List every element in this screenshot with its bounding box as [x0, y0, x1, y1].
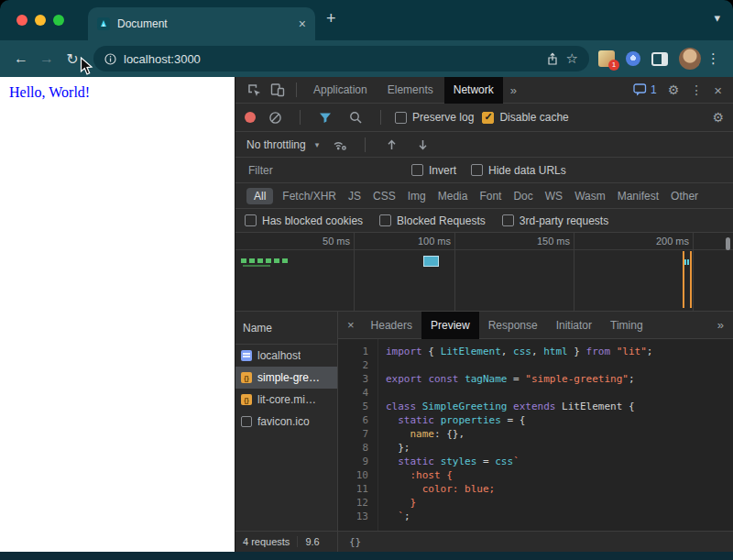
record-button[interactable]: [245, 112, 256, 123]
status-divider: [297, 536, 298, 547]
filter-chip-fetch-xhr[interactable]: Fetch/XHR: [279, 188, 339, 204]
export-har-icon[interactable]: [411, 134, 433, 156]
clear-icon[interactable]: [264, 106, 286, 128]
line-number: 12: [338, 496, 368, 510]
new-tab-button[interactable]: +: [326, 9, 336, 28]
filter-chips: AllFetch/XHRJSCSSImgMediaFontDocWSWasmMa…: [235, 183, 733, 209]
reload-button[interactable]: ↻: [60, 46, 84, 71]
filter-chip-media[interactable]: Media: [435, 188, 471, 204]
url-text[interactable]: localhost:3000: [124, 52, 539, 66]
checkbox-unchecked-icon: [245, 214, 257, 226]
share-icon[interactable]: [546, 52, 559, 66]
disable-cache-checkbox[interactable]: Disable cache: [482, 111, 568, 124]
page-viewport: Hello, World!: [0, 77, 235, 552]
tab-search-icon[interactable]: ▾: [714, 11, 720, 25]
request-row[interactable]: simple-gre…: [235, 367, 337, 389]
filter-chip-manifest[interactable]: Manifest: [615, 188, 662, 204]
tab-strip: Document × + ▾: [0, 0, 733, 40]
preserve-log-label: Preserve log: [412, 111, 474, 124]
line-number: 11: [338, 482, 368, 496]
code-line: };: [386, 441, 733, 455]
request-count: 4 requests: [243, 536, 290, 547]
filter-chip-all[interactable]: All: [246, 188, 273, 204]
close-window-button[interactable]: [16, 15, 27, 26]
back-button[interactable]: ←: [9, 46, 33, 71]
filter-chip-img[interactable]: Img: [405, 188, 429, 204]
network-settings-icon[interactable]: ⚙: [712, 110, 724, 125]
import-har-icon[interactable]: [380, 134, 402, 156]
devtools-close-icon[interactable]: ×: [714, 82, 722, 98]
tab-response[interactable]: Response: [479, 312, 547, 339]
format-code-icon[interactable]: {}: [349, 536, 361, 548]
code-line: color: blue;: [386, 482, 733, 496]
forward-button[interactable]: →: [35, 46, 59, 71]
line-number: 1: [338, 345, 368, 358]
tab-application[interactable]: Application: [304, 77, 377, 104]
tab-close-icon[interactable]: ×: [299, 16, 306, 31]
filter-chip-doc[interactable]: Doc: [510, 188, 535, 204]
filter-funnel-icon[interactable]: [314, 106, 336, 128]
bookmark-star-icon[interactable]: ☆: [566, 50, 578, 67]
browser-menu-icon[interactable]: ⋮: [703, 50, 724, 67]
code-viewer[interactable]: 12345678910111213 import { LitElement, c…: [338, 339, 733, 531]
browser-tab[interactable]: Document ×: [88, 7, 315, 40]
throttling-select[interactable]: No throttling: [246, 138, 306, 151]
network-statusbar: 4 requests 9.6 {}: [235, 532, 733, 552]
devtools-menu-icon[interactable]: ⋮: [690, 82, 703, 97]
extension-2-icon[interactable]: [626, 51, 640, 66]
filter-chip-ws[interactable]: WS: [542, 188, 565, 204]
close-detail-icon[interactable]: ×: [338, 318, 362, 332]
issues-count: 1: [651, 83, 657, 96]
window-controls: [16, 15, 64, 26]
profile-avatar[interactable]: [679, 48, 701, 70]
hide-data-urls-checkbox[interactable]: Hide data URLs: [471, 164, 566, 177]
filter-chip-wasm[interactable]: Wasm: [572, 188, 608, 204]
timeline-label: 50 ms: [295, 236, 350, 247]
line-number: 2: [338, 358, 368, 372]
minimize-window-button[interactable]: [35, 15, 46, 26]
filter-chip-js[interactable]: JS: [345, 188, 364, 204]
line-number: 5: [338, 400, 368, 413]
more-detail-tabs-icon[interactable]: »: [712, 318, 733, 332]
preserve-log-checkbox[interactable]: Preserve log: [395, 111, 474, 124]
network-conditions-icon[interactable]: [328, 134, 350, 156]
devtools-settings-icon[interactable]: ⚙: [668, 82, 680, 97]
network-overview-timeline[interactable]: 50 ms 100 ms 150 ms 200 ms: [235, 233, 733, 312]
column-header-name[interactable]: Name: [235, 312, 337, 345]
side-panel-icon[interactable]: [651, 52, 668, 66]
third-party-requests-checkbox[interactable]: 3rd-party requests: [502, 214, 608, 227]
window-bottom-edge: [0, 552, 733, 560]
devtools-panel: Application Elements Network » 1 ⚙ ⋮ ×: [235, 77, 733, 552]
has-blocked-cookies-checkbox[interactable]: Has blocked cookies: [245, 214, 363, 227]
scrollbar-thumb[interactable]: [726, 237, 730, 250]
more-panels-icon[interactable]: »: [505, 83, 522, 97]
tab-preview[interactable]: Preview: [421, 312, 479, 339]
filter-chip-font[interactable]: Font: [476, 188, 504, 204]
line-number: 10: [338, 468, 368, 482]
inspect-element-icon[interactable]: [243, 79, 265, 101]
blocked-requests-checkbox[interactable]: Blocked Requests: [379, 214, 486, 227]
request-row[interactable]: lit-core.mi…: [235, 389, 337, 411]
site-info-icon[interactable]: [104, 53, 116, 65]
filter-chip-other[interactable]: Other: [668, 188, 701, 204]
tab-headers[interactable]: Headers: [362, 312, 421, 339]
issues-button[interactable]: 1: [633, 83, 657, 96]
request-row[interactable]: favicon.ico: [235, 411, 337, 433]
search-icon[interactable]: [345, 106, 366, 128]
filter-input[interactable]: [248, 164, 411, 177]
tab-initiator[interactable]: Initiator: [547, 312, 601, 339]
filter-chip-css[interactable]: CSS: [370, 188, 399, 204]
maximize-window-button[interactable]: [53, 15, 64, 26]
tab-elements[interactable]: Elements: [378, 77, 443, 104]
device-toolbar-icon[interactable]: [267, 79, 289, 101]
tab-network[interactable]: Network: [444, 77, 503, 104]
invert-checkbox[interactable]: Invert: [411, 164, 456, 177]
extension-icon[interactable]: 1: [598, 50, 615, 67]
request-name: localhost: [257, 349, 301, 362]
address-bar[interactable]: localhost:3000 ☆: [93, 46, 589, 71]
request-list: localhostsimple-gre…lit-core.mi…favicon.…: [235, 345, 337, 433]
tab-timing[interactable]: Timing: [601, 312, 652, 339]
invert-label: Invert: [429, 164, 456, 177]
request-row[interactable]: localhost: [235, 345, 337, 367]
code-line: :host {: [386, 468, 733, 482]
